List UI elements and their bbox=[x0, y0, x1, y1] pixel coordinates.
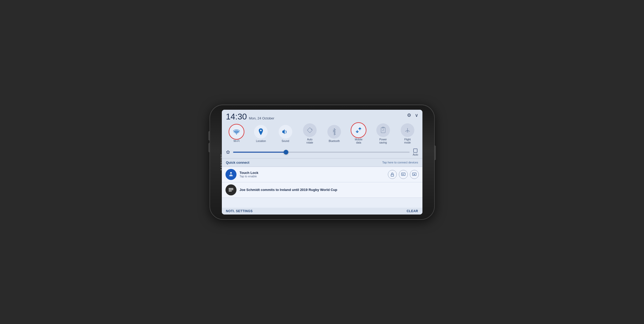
location-icon bbox=[258, 128, 264, 135]
time-block: 14:30 Mon, 24 October bbox=[226, 112, 274, 121]
svg-rect-6 bbox=[401, 173, 405, 175]
clock-date: Mon, 24 October bbox=[249, 116, 274, 120]
touchlock-media-button[interactable] bbox=[410, 170, 419, 179]
toggle-sound[interactable]: Sound bbox=[277, 125, 294, 143]
flightmode-icon bbox=[404, 127, 411, 133]
wifi-label: Wi-Fi bbox=[233, 140, 239, 143]
touchlock-actions bbox=[388, 170, 419, 179]
quick-toggles-row: Wi-Fi Location Sound bbox=[222, 122, 422, 147]
screen-lock-icon bbox=[401, 173, 405, 176]
touchlock-text: Touch Lock Tap to enable bbox=[240, 171, 385, 178]
toggle-flightmode[interactable]: Flightmode bbox=[399, 123, 416, 144]
phone-device: SAMSUNG 14:30 Mon, 24 October ⚙ ∨ bbox=[210, 105, 435, 220]
quick-connect-row[interactable]: Quick connect Tap here to connect device… bbox=[222, 158, 422, 167]
svg-rect-11 bbox=[229, 191, 232, 191]
sound-circle bbox=[279, 125, 292, 139]
touchlock-icon bbox=[225, 169, 236, 180]
toggle-powersaving[interactable]: Powersaving bbox=[374, 123, 392, 144]
notifications-area: Touch Lock Tap to enable bbox=[222, 167, 422, 208]
wifi-icon bbox=[233, 129, 240, 134]
auto-checkbox[interactable] bbox=[413, 149, 417, 153]
powersaving-label: Powersaving bbox=[379, 138, 387, 144]
lock-icon bbox=[390, 172, 394, 177]
svg-rect-9 bbox=[229, 188, 233, 189]
flightmode-label: Flightmode bbox=[404, 138, 411, 144]
autorotate-label: Autorotate bbox=[306, 138, 313, 144]
touchlock-person-icon bbox=[228, 172, 234, 177]
chevron-down-icon[interactable]: ∨ bbox=[415, 112, 418, 118]
touchlock-screenlock-button[interactable] bbox=[399, 170, 408, 179]
svg-point-3 bbox=[230, 172, 232, 174]
bluetooth-icon bbox=[332, 128, 337, 135]
toggle-location[interactable]: Location bbox=[252, 125, 270, 143]
flightmode-circle bbox=[401, 123, 414, 137]
bluetooth-label: Bluetooth bbox=[329, 140, 340, 143]
powersaving-icon bbox=[380, 127, 386, 134]
touchlock-title: Touch Lock bbox=[240, 171, 385, 175]
toggle-wifi[interactable]: Wi-Fi bbox=[228, 125, 245, 143]
powersaving-circle bbox=[376, 123, 390, 137]
touchlock-lock-button[interactable] bbox=[388, 170, 397, 179]
mobiledata-label: Mobiledata bbox=[355, 138, 362, 144]
brightness-icon: ✿ bbox=[226, 149, 230, 155]
autorotate-icon bbox=[307, 127, 313, 133]
clear-button[interactable]: CLEAR bbox=[407, 209, 418, 213]
phone-screen: 14:30 Mon, 24 October ⚙ ∨ bbox=[222, 110, 422, 215]
news-icon bbox=[225, 184, 236, 195]
auto-label: Auto bbox=[413, 153, 418, 156]
svg-rect-5 bbox=[391, 174, 394, 176]
media-icon bbox=[412, 173, 416, 176]
volume-down-button[interactable] bbox=[208, 143, 210, 152]
toggle-bluetooth[interactable]: Bluetooth bbox=[325, 125, 343, 143]
brightness-thumb[interactable] bbox=[284, 150, 288, 155]
autorotate-circle bbox=[303, 123, 317, 137]
auto-brightness-toggle[interactable]: Auto bbox=[413, 149, 418, 156]
toggle-autorotate[interactable]: Autorotate bbox=[301, 123, 319, 144]
footer-bar: NOTI. SETTINGS CLEAR bbox=[222, 208, 422, 215]
touchlock-subtitle: Tap to enable bbox=[240, 175, 385, 178]
mobiledata-icon bbox=[355, 127, 362, 134]
notification-header: 14:30 Mon, 24 October ⚙ ∨ bbox=[222, 110, 422, 122]
notification-news[interactable]: Joe Schmidt commits to Ireland until 201… bbox=[222, 182, 422, 198]
notification-touchlock[interactable]: Touch Lock Tap to enable bbox=[222, 167, 422, 182]
power-button[interactable] bbox=[434, 146, 436, 160]
svg-rect-0 bbox=[307, 128, 312, 133]
wifi-circle bbox=[230, 125, 243, 139]
noti-settings-button[interactable]: NOTI. SETTINGS bbox=[226, 209, 253, 213]
location-circle bbox=[254, 125, 268, 139]
clock-time: 14:30 bbox=[226, 112, 247, 121]
brightness-row: ✿ Auto bbox=[222, 147, 422, 158]
news-title: Joe Schmidt commits to Ireland until 201… bbox=[240, 188, 419, 192]
sound-icon bbox=[282, 129, 289, 135]
news-text: Joe Schmidt commits to Ireland until 201… bbox=[240, 188, 419, 192]
location-label: Location bbox=[256, 140, 266, 143]
settings-icon[interactable]: ⚙ bbox=[407, 112, 411, 118]
news-bars-icon bbox=[228, 188, 234, 192]
mobiledata-circle bbox=[352, 123, 365, 137]
svg-rect-10 bbox=[229, 189, 233, 190]
brightness-track[interactable] bbox=[233, 152, 410, 153]
toggle-mobiledata[interactable]: Mobiledata bbox=[350, 123, 367, 144]
svg-rect-4 bbox=[230, 175, 232, 176]
quick-connect-label: Quick connect bbox=[226, 161, 250, 164]
brightness-fill bbox=[233, 152, 286, 153]
header-icons: ⚙ ∨ bbox=[407, 112, 418, 118]
tap-connect-text: Tap here to connect devices bbox=[382, 161, 418, 164]
svg-rect-7 bbox=[403, 174, 404, 175]
sound-label: Sound bbox=[282, 140, 289, 143]
bluetooth-circle bbox=[327, 125, 341, 139]
volume-up-button[interactable] bbox=[208, 131, 210, 140]
